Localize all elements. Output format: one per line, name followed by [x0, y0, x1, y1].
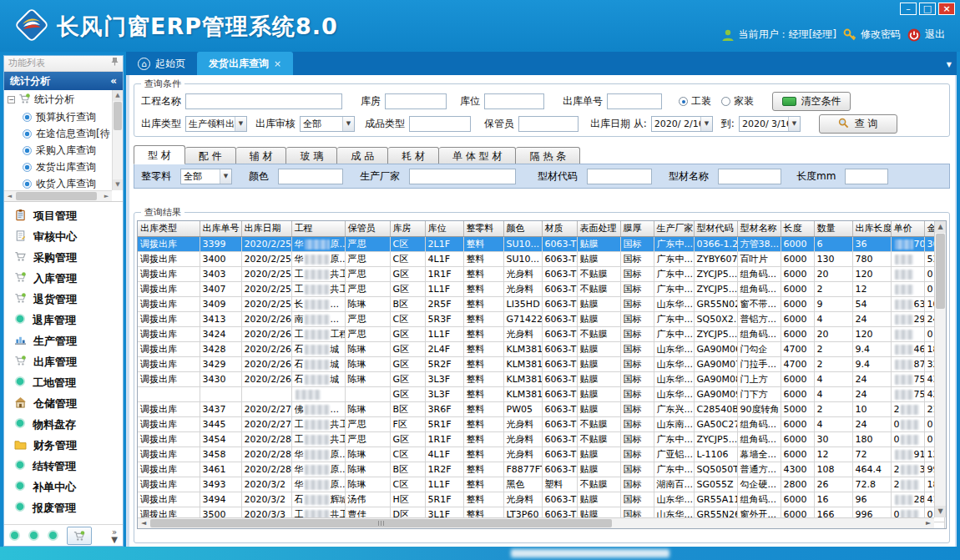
minimize-button[interactable]: –: [900, 3, 917, 15]
scroll-right-icon[interactable]: ►: [922, 518, 934, 528]
column-header-9[interactable]: 材质: [542, 221, 577, 236]
column-header-11[interactable]: 膜厚: [620, 221, 654, 236]
subtab-1[interactable]: 配 件: [185, 147, 236, 164]
tab-overflow-icon[interactable]: ▼: [947, 61, 952, 68]
table-row[interactable]: 调拨出库34242020/2/26工工程严思G区1L1F整料光身料6063-T5…: [138, 326, 944, 341]
subtab-3[interactable]: 玻 璃: [286, 147, 337, 164]
subtab-5[interactable]: 耗 材: [388, 147, 439, 164]
table-row[interactable]: 调拨出库34092020/2/25长...陈琳B区2R5F整料LI35HD606…: [138, 296, 944, 311]
clear-conditions-button[interactable]: 清空条件: [772, 92, 851, 111]
subtab-4[interactable]: 成 品: [337, 147, 388, 164]
factory-input[interactable]: [409, 169, 516, 184]
tree-item-2[interactable]: 采购入库查询: [4, 142, 112, 159]
footer-cart-button[interactable]: [67, 527, 92, 545]
radio-jiazhuang-icon[interactable]: [721, 97, 730, 106]
combo-arrow-icon[interactable]: ▼: [220, 169, 231, 184]
tree-item-3[interactable]: 发货出库查询: [4, 159, 112, 175]
scroll-left-icon[interactable]: ◄: [138, 518, 149, 528]
column-header-6[interactable]: 库位: [425, 221, 463, 236]
tree-item-0[interactable]: 预算执行查询: [4, 108, 112, 125]
tab-shipment-query[interactable]: 发货出库查询 ×: [197, 52, 293, 75]
column-header-2[interactable]: 出库日期: [241, 221, 291, 236]
date-to-picker[interactable]: 2020/ 3/16▼: [739, 116, 801, 132]
sidebar-group-0[interactable]: 项目管理: [4, 205, 123, 226]
location-input[interactable]: [484, 93, 544, 109]
search-button[interactable]: 查 询: [819, 114, 897, 134]
sidebar-group-2[interactable]: 采购管理: [4, 247, 123, 268]
sidebar-group-3[interactable]: 入库管理: [4, 268, 123, 289]
warehouse-input[interactable]: [385, 93, 447, 109]
radio-jiazhuang[interactable]: 家装: [721, 94, 754, 108]
sidebar-group-7[interactable]: 出库管理: [4, 351, 123, 372]
combo-arrow-icon[interactable]: ▼: [235, 117, 246, 131]
table-row[interactable]: 调拨出库34002020/2/25华原...严思C区4L1F整料SU10...6…: [138, 251, 944, 266]
collapse-icon[interactable]: «: [110, 72, 117, 90]
sidebar-group-12[interactable]: 结转管理: [4, 456, 123, 477]
sidebar-section-header[interactable]: 统计分析 «: [4, 72, 123, 90]
column-header-18[interactable]: 单价: [891, 221, 924, 236]
column-header-17[interactable]: 出库长度: [852, 221, 891, 236]
table-row[interactable]: 调拨出库34932020/3/2华原...陈琳C区1L1F整料黑色塑料不贴膜国标…: [138, 477, 944, 492]
table-row[interactable]: 调拨出库34542020/2/28工共工程严思G区1R1F整料光身料6063-T…: [138, 431, 944, 446]
tab-close-icon[interactable]: ×: [274, 58, 281, 69]
sidebar-group-8[interactable]: 工地管理: [4, 372, 123, 393]
column-header-3[interactable]: 工程: [291, 221, 345, 236]
pin-icon[interactable]: [111, 56, 119, 71]
tree-vertical-scrollbar[interactable]: ▲ ▼: [112, 90, 123, 190]
table-row[interactable]: 调拨出库34302020/2/26石城陈琳G区3L3F整料KLM38176063…: [138, 371, 944, 386]
date-from-picker[interactable]: 2020/ 2/16▼: [651, 116, 713, 132]
column-header-15[interactable]: 长度: [781, 221, 814, 236]
sidebar-group-4[interactable]: 退货管理: [4, 289, 123, 310]
whole-part-combo[interactable]: 全部▼: [180, 169, 232, 184]
tree-horizontal-scrollbar[interactable]: ◄ ►: [4, 190, 112, 201]
column-header-7[interactable]: 整零料: [463, 221, 503, 236]
table-row[interactable]: 调拨出库34282020/2/26石城陈琳G区2L4F整料KLM38176063…: [138, 341, 944, 356]
footer-dot-icon[interactable]: [9, 530, 20, 541]
table-row[interactable]: 调拨出库34032020/2/25工共工程严思G区1R1F整料光身料6063-T…: [138, 266, 944, 281]
table-row[interactable]: 调拨出库34372020/2/27佛...陈琳B区3R6F整料PW056063-…: [138, 401, 944, 416]
column-header-8[interactable]: 颜色: [503, 221, 542, 236]
combo-arrow-icon[interactable]: ▼: [788, 117, 800, 131]
column-header-12[interactable]: 生产厂家: [654, 221, 694, 236]
project-name-input[interactable]: [185, 93, 342, 109]
column-header-4[interactable]: 保管员: [345, 221, 390, 236]
subtab-0[interactable]: 型 材: [134, 145, 185, 164]
tree-item-4[interactable]: 收货入库查询: [4, 175, 112, 190]
sidebar-group-13[interactable]: 补单中心: [4, 477, 123, 497]
column-header-5[interactable]: 库房: [390, 221, 425, 236]
order-no-input[interactable]: [607, 93, 662, 109]
sidebar-group-10[interactable]: 物料盘存: [4, 414, 123, 435]
radio-gongzhuang[interactable]: 工装: [679, 94, 711, 108]
keeper-input[interactable]: [518, 116, 579, 132]
scroll-up-icon[interactable]: ▲: [113, 90, 123, 101]
change-password-button[interactable]: 修改密码: [843, 28, 901, 42]
grid-horizontal-scrollbar[interactable]: ◄ ►: [138, 517, 934, 528]
length-input[interactable]: [845, 169, 888, 184]
logout-button[interactable]: 退出: [907, 28, 945, 42]
audit-combo[interactable]: 全部▼: [300, 116, 355, 132]
footer-overflow-chevron[interactable]: »▼: [111, 528, 118, 543]
scroll-down-icon[interactable]: ▼: [935, 506, 946, 517]
sidebar-group-1[interactable]: 审核中心: [4, 226, 123, 247]
table-row[interactable]: 调拨出库34942020/3/2石辉城汤伟H区5R1F整料光身料6063-T5贴…: [138, 492, 944, 507]
scroll-right-icon[interactable]: ►: [101, 191, 112, 201]
color-input[interactable]: [278, 169, 343, 184]
sidebar-group-5[interactable]: 退库管理: [4, 310, 123, 330]
table-row[interactable]: 调拨出库33992020/2/25华原...严思C区2L1F整料SU10...6…: [138, 236, 944, 251]
radio-gongzhuang-icon[interactable]: [679, 97, 688, 106]
close-button[interactable]: ×: [938, 3, 955, 15]
column-header-0[interactable]: 出库类型: [138, 221, 200, 236]
sidebar-group-6[interactable]: 生产管理: [4, 330, 123, 351]
product-type-input[interactable]: [409, 116, 471, 132]
subtab-7[interactable]: 隔 热 条: [516, 147, 580, 164]
footer-dot-icon[interactable]: [28, 530, 39, 541]
sidebar-group-14[interactable]: 报废管理: [4, 497, 123, 518]
profile-code-input[interactable]: [587, 169, 652, 184]
combo-arrow-icon[interactable]: ▼: [342, 117, 354, 131]
scroll-up-icon[interactable]: ▲: [935, 221, 946, 233]
tree-item-1[interactable]: 在途信息查询[待: [4, 125, 112, 142]
table-row[interactable]: 调拨出库34612020/2/28华原...陈琳B区1R2F整料F8877FT6…: [138, 462, 944, 477]
table-row[interactable]: 调拨出库34132020/2/26南...严思C区5R3F整料G71422606…: [138, 311, 944, 326]
combo-arrow-icon[interactable]: ▼: [700, 117, 712, 131]
tab-home[interactable]: ⌂ 起始页: [126, 52, 197, 75]
